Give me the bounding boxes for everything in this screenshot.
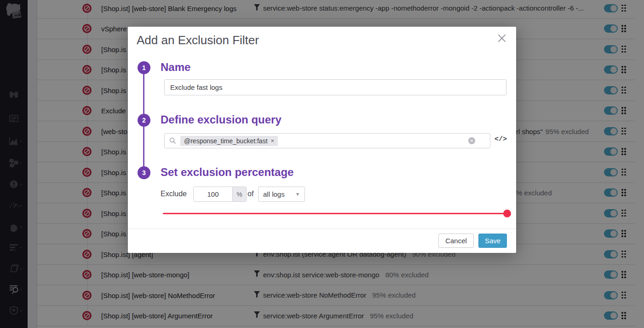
of-label: of — [247, 190, 253, 198]
step-2-heading: Define exclusion query — [161, 113, 282, 126]
exclusion-percentage-input[interactable] — [194, 187, 232, 201]
query-token-chip[interactable]: @response_time_bucket:fast × — [180, 136, 278, 146]
cancel-button[interactable]: Cancel — [438, 234, 474, 248]
modal-title: Add an Exclusion Filter — [137, 33, 259, 47]
percent-suffix: % — [232, 187, 246, 201]
exclusion-percentage-group: % — [193, 187, 247, 202]
filter-name-input[interactable] — [164, 79, 506, 95]
token-remove-icon[interactable]: × — [271, 137, 275, 144]
close-icon[interactable] — [496, 32, 508, 44]
save-button[interactable]: Save — [478, 234, 507, 248]
step-1-heading: Name — [161, 61, 190, 74]
search-icon — [169, 137, 176, 144]
query-token-text: @response_time_bucket:fast — [184, 137, 268, 145]
scope-dropdown[interactable]: all logs ▼ — [258, 187, 305, 202]
exclusion-query-input[interactable]: @response_time_bucket:fast × — [164, 133, 490, 148]
clear-query-icon[interactable]: ✕ — [468, 137, 475, 144]
step-3-badge: 3 — [138, 166, 150, 179]
chevron-down-icon: ▼ — [295, 192, 300, 197]
exclude-label: Exclude — [161, 190, 187, 198]
percentage-slider-track[interactable] — [163, 213, 507, 214]
step-1-badge: 1 — [138, 61, 150, 74]
percentage-slider-handle[interactable] — [503, 210, 511, 217]
footer-divider — [128, 228, 516, 229]
step-2-badge: 2 — [138, 114, 150, 127]
scope-dropdown-value: all logs — [263, 190, 285, 198]
code-view-icon[interactable]: </> — [494, 135, 507, 143]
step-3-heading: Set exclusion percentage — [161, 166, 293, 179]
add-exclusion-filter-modal: Add an Exclusion Filter 1 Name 2 Define … — [128, 27, 516, 253]
